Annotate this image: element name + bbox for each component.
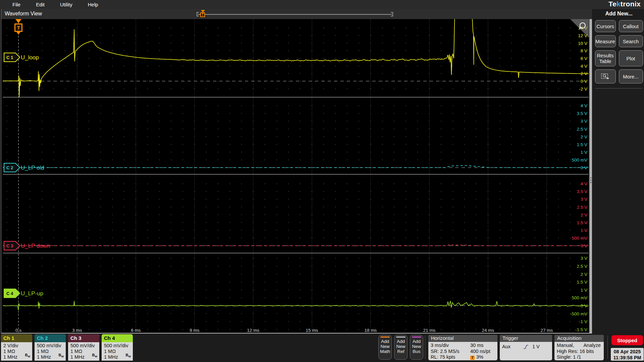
add-new-buttons: AddNewMathAddNewRefAddNewBus [378, 335, 423, 360]
y-axis-label: 2.5 V [577, 127, 587, 132]
datetime-display: 08 Apr 2025 11:39:58 PM [611, 348, 644, 361]
channel-scale: 500 mV/div [70, 343, 99, 349]
horizontal-position-slider[interactable]: T [197, 12, 393, 17]
menu-item-utility[interactable]: Utility [52, 2, 80, 7]
trigger-position: T3% [470, 354, 483, 360]
channel-card-settings: 2 V/div1 MΩ1 MHzBW [1, 342, 32, 361]
y-axis-label: 1 V [581, 150, 587, 155]
acquisition-panel[interactable]: Acquisition Manual,Analyze High Res: 16 … [554, 335, 604, 360]
channel-badge-label: C 2 [6, 165, 13, 170]
y-axis-label: -2 V [579, 86, 587, 92]
x-axis-label: 27 ms [541, 328, 553, 333]
y-axis-label: 2.5 V [577, 264, 587, 269]
slider-trigger-marker[interactable]: T [200, 10, 205, 17]
bandwidth-limit-badge: BW [125, 352, 131, 359]
button-label: Add [410, 339, 423, 344]
button-label: New [394, 344, 407, 349]
horizontal-panel-title: Horizontal [428, 335, 497, 342]
menu-item-edit[interactable]: Edit [28, 2, 52, 7]
menu-item-file[interactable]: File [5, 2, 28, 7]
accent-line [412, 337, 421, 338]
trigger-arrow-small-icon [16, 32, 20, 35]
waveform-plot-area[interactable]: C 1U_loopC 2U_LP oldC 3U_LP downC 4U_LP-… [3, 19, 589, 333]
y-axis-label: 1.5 V [577, 280, 587, 285]
slice-scroll-strip[interactable] [589, 19, 592, 333]
x-axis-label: 24 ms [482, 328, 494, 333]
slider-right-bracket [391, 12, 393, 16]
menu-item-help[interactable]: Help [80, 2, 106, 7]
menu-items: FileEditUtilityHelp [5, 2, 106, 7]
footer-bar: Ch 12 V/div1 MΩ1 MHzBWCh 2500 mV/div1 MΩ… [0, 334, 644, 362]
zoom-select-icon [601, 73, 610, 80]
cursors-button[interactable]: Cursors [595, 20, 616, 32]
acquisition-analyze: Analyze [583, 343, 601, 349]
channel-trace-label: U_loop [21, 54, 39, 61]
y-axis-label: -500 mV [570, 311, 587, 316]
x-axis-label: 12 ms [247, 328, 260, 333]
channel-card-settings: 500 mV/div1 MΩ1 MHzBW [35, 342, 66, 361]
results-table-button[interactable]: Results Table [595, 50, 616, 66]
add-new-ref-button[interactable]: AddNewRef [394, 335, 408, 360]
resolution: 400 ns/pt [470, 349, 490, 355]
channel-cards: Ch 12 V/div1 MΩ1 MHzBWCh 2500 mV/div1 MΩ… [1, 334, 133, 361]
add-new-bus-button[interactable]: AddNewBus [410, 335, 423, 360]
drag-handle-dot [590, 177, 591, 178]
acquisition-mode: Manual, [557, 343, 574, 349]
bandwidth-limit-badge: BW [25, 352, 30, 359]
drag-handle-dot [590, 180, 591, 181]
channel-card-ch4[interactable]: Ch 4500 mV/div1 MΩ1 MHzBW [102, 334, 133, 361]
trigger-t-icon: T [200, 12, 205, 17]
channel-trace-label: U_LP down [21, 243, 50, 249]
horizontal-panel[interactable]: Horizontal 3 ms/div30 ms SR: 2.5 MS/s400… [428, 335, 497, 360]
y-axis-label: 2 V [581, 71, 587, 76]
y-axis-label: -1.5 V [575, 327, 587, 332]
channel-card-ch2[interactable]: Ch 2500 mV/div1 MΩ1 MHzBW [35, 334, 66, 361]
y-axis-label: 4 V [581, 181, 587, 186]
channel-badge-label: C 4 [6, 291, 13, 296]
acquisition-panel-title: Acquisition [554, 335, 604, 342]
callout-button[interactable]: Callout [619, 20, 643, 32]
run-stop-status-button[interactable]: Stopped [611, 335, 643, 345]
channel-scale: 500 mV/div [104, 343, 133, 349]
slider-track[interactable] [198, 14, 392, 15]
y-axis-label: 2 V [581, 134, 587, 139]
trigger-level: 1 V [532, 344, 540, 350]
time-text: 11:39:58 PM [611, 355, 644, 361]
add-new-title: Add New... [594, 11, 644, 17]
x-axis-label: 9 ms [190, 328, 200, 333]
x-axis-label: 6 ms [131, 328, 141, 333]
trigger-panel[interactable]: Trigger Aux 1 V [500, 335, 552, 360]
zoom-select-button[interactable] [595, 69, 616, 83]
search-button[interactable]: Search [619, 35, 643, 47]
x-axis-label: 3 ms [72, 328, 82, 333]
channel-badge-label: C 3 [6, 243, 13, 248]
channel-trace-label: U_LP old [21, 165, 44, 171]
y-axis-label: 1 V [581, 288, 587, 293]
horizontal-span: 30 ms [470, 343, 484, 349]
sidebar-buttons: CursorsCalloutMeasureSearchResults Table… [594, 20, 644, 83]
channel-card-title: Ch 2 [35, 334, 66, 342]
y-axis-label: -1 V [579, 319, 587, 324]
y-axis-label: 500 mV [572, 295, 587, 300]
measure-button[interactable]: Measure [595, 35, 616, 47]
channel-card-ch3[interactable]: Ch 3500 mV/div1 MΩ1 MHzBW [68, 334, 99, 361]
y-axis-label: 2 V [581, 272, 587, 277]
plot-button[interactable]: Plot [619, 50, 643, 66]
ch2-trace [3, 166, 589, 168]
x-axis-label: 18 ms [365, 328, 377, 333]
sidebar: Add New... CursorsCalloutMeasureSearchRe… [594, 10, 644, 88]
y-axis-label: 2.5 V [577, 205, 587, 210]
y-axis-label: 1 V [581, 228, 587, 233]
trigger-t-icon: T [14, 23, 22, 32]
trigger-arrow-icon [15, 19, 21, 23]
channel-card-ch1[interactable]: Ch 12 V/div1 MΩ1 MHzBW [1, 334, 32, 361]
channel-card-settings: 500 mV/div1 MΩ1 MHzBW [102, 342, 133, 361]
logo-accent: k [616, 0, 621, 8]
y-axis-label: 3.5 V [577, 189, 587, 194]
channel-trace-label: U_LP-up [21, 290, 43, 297]
y-axis-label: 3.5 V [577, 111, 587, 116]
button-label: New [379, 344, 391, 349]
add-new-math-button[interactable]: AddNewMath [378, 335, 392, 360]
trigger-position-marker[interactable]: T [14, 19, 23, 35]
more--button[interactable]: More... [619, 69, 643, 83]
